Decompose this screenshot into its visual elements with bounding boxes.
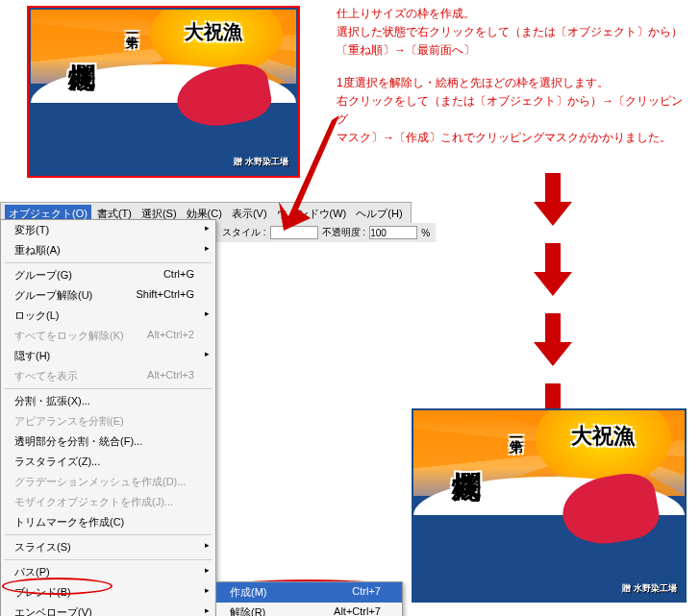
mi-blend[interactable]: ブレンド(B) [1, 582, 215, 603]
mi-trim[interactable]: トリムマークを作成(C) [1, 512, 215, 532]
object-menu[interactable]: 変形(T) 重ね順(A) グループ(G)Ctrl+G グループ解除(U)Shif… [0, 219, 216, 616]
pct-label: % [421, 228, 430, 238]
mi-expand[interactable]: 分割・拡張(X)... [1, 391, 215, 411]
clipmask-submenu[interactable]: 作成(M)Ctrl+7 解除(R)Alt+Ctrl+7 [215, 581, 403, 616]
menu-view[interactable]: 表示(V) [228, 205, 271, 223]
mi-flatten[interactable]: 透明部分を分割・統合(F)... [1, 431, 215, 452]
flag-credit: 贈 水野染工場 [622, 582, 677, 595]
mi-lock[interactable]: ロック(L) [1, 306, 215, 326]
selection-frame [27, 6, 300, 178]
menu-help[interactable]: ヘルプ(H) [352, 205, 406, 223]
opacity-input[interactable] [369, 226, 417, 239]
smi-release[interactable]: 解除(R)Alt+Ctrl+7 [216, 603, 402, 616]
mi-hide[interactable]: 隠す(H) [1, 346, 215, 366]
mi-group[interactable]: グループ(G)Ctrl+G [1, 265, 215, 285]
instruction-text: 仕上りサイズの枠を作成。 選択した状態で右クリックをして（または〔オブジェクト〕… [337, 5, 692, 147]
mi-gradmesh: グラデーションメッシュを作成(D)... [1, 472, 215, 492]
mi-transform[interactable]: 変形(T) [1, 220, 215, 240]
arrow-diagonal [274, 111, 341, 235]
style-label: スタイル : [222, 226, 266, 239]
mi-expandapp: アピアランスを分割(E) [1, 411, 215, 431]
mi-path[interactable]: パス(P) [1, 562, 215, 582]
mi-showall: すべてを表示Alt+Ctrl+3 [1, 366, 215, 386]
mi-mosaic: モザイクオブジェクトを作成(J)... [1, 492, 215, 512]
mi-ungroup[interactable]: グループ解除(U)Shift+Ctrl+G [1, 285, 215, 306]
mi-unlockall: すべてをロック解除(K)Alt+Ctrl+2 [1, 326, 215, 346]
flag-text: 大祝漁 [571, 422, 635, 451]
down-arrows [534, 173, 572, 436]
mi-envelope[interactable]: エンベロープ(V) [1, 603, 215, 616]
smi-make[interactable]: 作成(M)Ctrl+7 [216, 582, 402, 603]
mi-slice[interactable]: スライス(S) [1, 537, 215, 557]
mi-rasterize[interactable]: ラスタライズ(Z)... [1, 452, 215, 472]
artwork-after: 第十一 桜爛丸 大祝漁 贈 水野染工場 [412, 408, 687, 603]
mi-arrange[interactable]: 重ね順(A) [1, 240, 215, 260]
